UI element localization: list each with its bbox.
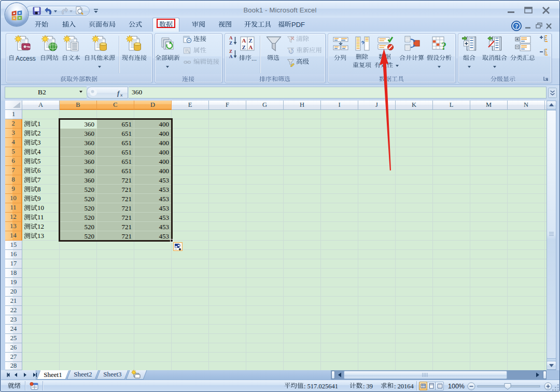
svg-text:Z: Z: [242, 44, 246, 50]
svg-text:?: ?: [515, 23, 518, 30]
svg-text:A: A: [229, 54, 233, 59]
svg-text:A: A: [229, 35, 233, 40]
svg-text:Z: Z: [229, 40, 232, 46]
svg-text:Z: Z: [229, 49, 232, 54]
svg-text:x: x: [120, 92, 123, 97]
svg-text:A: A: [249, 44, 253, 50]
svg-text:Z: Z: [249, 37, 253, 44]
svg-text:?: ?: [441, 40, 446, 52]
svg-text:A: A: [242, 37, 246, 44]
